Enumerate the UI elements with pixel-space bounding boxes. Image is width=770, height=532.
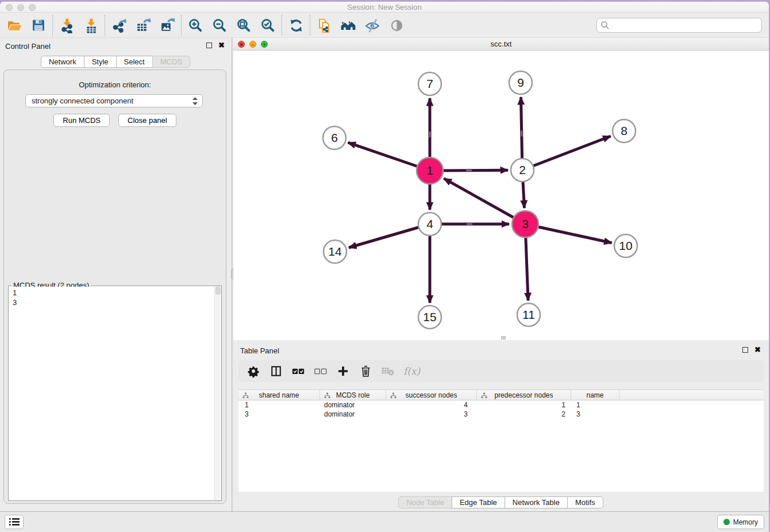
scrollbar-thumb[interactable]	[215, 287, 221, 295]
float-table-panel-icon[interactable]	[742, 347, 748, 353]
home-networks-button[interactable]	[336, 15, 360, 36]
graph-edge-3-1[interactable]	[444, 179, 525, 224]
criterion-select[interactable]: strongly connected component	[25, 94, 203, 107]
refresh-layout-button[interactable]	[284, 15, 308, 36]
graph-edge-4-14[interactable]	[349, 224, 430, 248]
run-mcds-button[interactable]: Run MCDS	[53, 114, 110, 127]
result-scrollbar[interactable]	[214, 286, 221, 500]
cell-successor-nodes[interactable]: 3	[386, 410, 477, 419]
close-window-icon[interactable]	[6, 4, 13, 11]
tab-mcds[interactable]: MCDS	[152, 56, 190, 68]
delete-column-button[interactable]	[359, 364, 372, 379]
graph-node-1[interactable]: 1	[417, 157, 443, 184]
zoom-network-icon[interactable]: +	[261, 41, 268, 48]
open-session-button[interactable]	[2, 15, 26, 36]
svg-text:14: 14	[328, 245, 342, 258]
eye-disabled-icon	[389, 18, 405, 33]
refresh-icon	[288, 18, 304, 33]
hide-graphics-details-button[interactable]	[360, 15, 384, 36]
import-network-button[interactable]	[55, 15, 79, 36]
column-label: successor nodes	[405, 391, 457, 399]
save-icon	[31, 18, 46, 33]
tree-column-icon	[481, 392, 487, 399]
table-row[interactable]: 1 dominator 4 1 1	[238, 400, 764, 410]
svg-text:3: 3	[522, 217, 529, 230]
minimize-network-icon[interactable]: –	[249, 41, 256, 48]
cell-shared-name[interactable]: 3	[238, 410, 320, 419]
cell-predecessor-nodes[interactable]: 1	[477, 400, 571, 410]
float-panel-icon[interactable]	[206, 43, 212, 48]
table-settings-button[interactable]	[247, 364, 260, 379]
task-history-button[interactable]	[5, 515, 24, 529]
column-header-shared-name[interactable]: shared name	[238, 390, 320, 400]
zoom-in-button[interactable]	[183, 15, 207, 36]
cell-name[interactable]: 3	[571, 410, 619, 419]
cell-shared-name[interactable]: 1	[238, 400, 320, 410]
export-table-button[interactable]	[131, 15, 155, 36]
control-panel-title: Control Panel	[5, 42, 51, 51]
table-row[interactable]: 3 dominator 3 2 3	[238, 410, 764, 419]
column-label: predecessor nodes	[494, 391, 553, 399]
graph-node-14[interactable]: 14	[324, 240, 346, 263]
select-all-rows-button[interactable]	[291, 364, 305, 379]
network-canvas[interactable]: 7968124314101511	[233, 51, 769, 340]
graph-node-8[interactable]: 8	[613, 119, 636, 142]
app-window: Session: New Session	[0, 2, 769, 532]
graph-node-9[interactable]: 9	[509, 71, 532, 94]
cell-successor-nodes[interactable]: 4	[386, 400, 477, 410]
tab-node-table[interactable]: Node Table	[398, 496, 452, 508]
tab-network-table[interactable]: Network Table	[505, 496, 568, 508]
graph-node-6[interactable]: 6	[323, 126, 346, 149]
graph-node-15[interactable]: 15	[418, 306, 441, 329]
svg-text:7: 7	[426, 77, 433, 90]
tab-network[interactable]: Network	[41, 56, 84, 68]
search-field[interactable]	[596, 18, 762, 33]
save-session-button[interactable]	[26, 15, 51, 36]
export-table-icon	[136, 18, 151, 33]
close-table-panel-icon[interactable]: ✖	[754, 347, 761, 353]
graph-node-7[interactable]: 7	[418, 72, 441, 95]
cell-mcds-role[interactable]: dominator	[320, 400, 386, 410]
export-network-button[interactable]	[107, 15, 131, 36]
zoom-window-icon[interactable]	[29, 4, 36, 11]
tab-motifs[interactable]: Motifs	[567, 496, 603, 508]
zoom-out-icon	[212, 18, 228, 33]
add-column-button[interactable]	[336, 364, 350, 379]
zoom-fit-button[interactable]	[232, 15, 256, 36]
graph-node-2[interactable]: 2	[511, 159, 534, 182]
zoom-selected-button[interactable]	[256, 15, 280, 36]
column-header-predecessor-nodes[interactable]: predecessor nodes	[477, 390, 571, 400]
tab-style[interactable]: Style	[84, 56, 117, 68]
close-panel-button[interactable]: Close panel	[118, 114, 176, 127]
graph-node-11[interactable]: 11	[517, 303, 540, 326]
birds-eye-view-button[interactable]	[384, 15, 409, 36]
cell-name[interactable]: 1	[571, 400, 619, 410]
column-header-name[interactable]: name	[571, 390, 619, 400]
tab-edge-table[interactable]: Edge Table	[452, 496, 505, 508]
memory-button[interactable]: Memory	[717, 515, 764, 529]
duplicate-network-button[interactable]	[312, 15, 336, 36]
cell-predecessor-nodes[interactable]: 2	[477, 410, 571, 419]
main-area: Control Panel ✖ Network Style Select MCD…	[0, 38, 769, 511]
graph-node-3[interactable]: 3	[512, 211, 538, 237]
graph-edge-2-8[interactable]	[522, 136, 611, 170]
zoom-out-button[interactable]	[207, 15, 232, 36]
export-image-icon	[160, 18, 175, 33]
mcds-result-text[interactable]: 1 3	[9, 287, 214, 500]
search-input[interactable]	[612, 20, 761, 31]
clear-selection-button[interactable]	[314, 364, 328, 379]
graph-node-10[interactable]: 10	[614, 234, 637, 257]
close-panel-icon[interactable]: ✖	[218, 43, 225, 48]
svg-text:2: 2	[519, 163, 526, 176]
close-network-icon[interactable]: ✕	[238, 41, 245, 48]
canvas-grip[interactable]	[501, 336, 506, 340]
import-table-button[interactable]	[79, 15, 103, 36]
show-column-panel-button[interactable]	[269, 364, 283, 379]
cell-mcds-role[interactable]: dominator	[320, 410, 386, 419]
column-header-successor-nodes[interactable]: successor nodes	[386, 390, 477, 400]
column-header-mcds-role[interactable]: MCDS role	[320, 390, 386, 400]
tab-select[interactable]: Select	[116, 56, 153, 68]
export-image-button[interactable]	[155, 15, 179, 36]
minimize-window-icon[interactable]	[17, 4, 24, 11]
graph-node-4[interactable]: 4	[418, 213, 441, 236]
